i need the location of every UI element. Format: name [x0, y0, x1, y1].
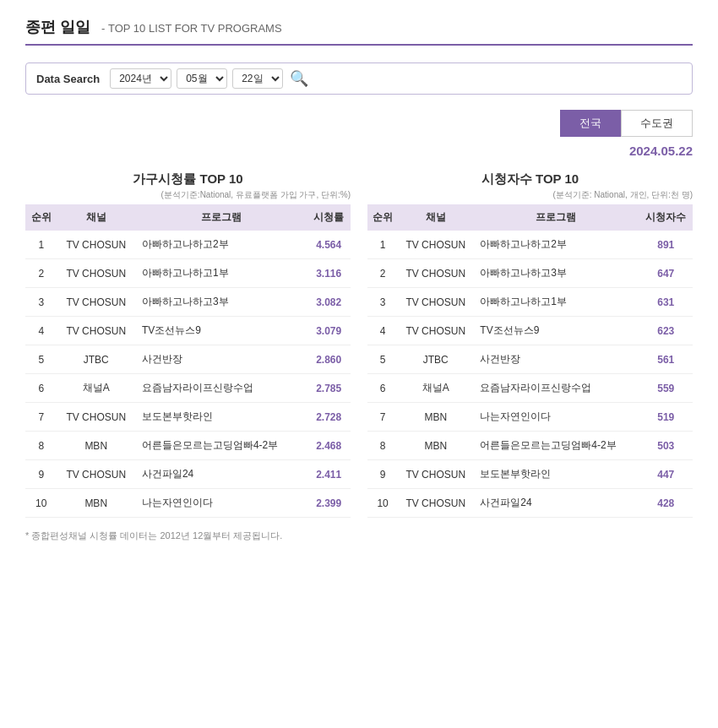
program-cell: 나는자연인이다 — [473, 403, 639, 432]
rank-cell: 3 — [367, 288, 398, 317]
program-cell: 어른들은모르는고딩엄빠4-2부 — [135, 432, 307, 460]
rank-cell: 5 — [367, 345, 398, 374]
channel-cell: MBN — [398, 403, 473, 432]
search-button[interactable]: 🔍 — [290, 69, 308, 88]
viewers-cell: 447 — [639, 460, 693, 489]
channel-cell: TV CHOSUN — [57, 403, 135, 432]
table-row: 5 JTBC 사건반장 2.860 — [25, 345, 351, 374]
household-table-head: 순위 채널 프로그램 시청률 — [25, 204, 351, 231]
program-cell: TV조선뉴스9 — [473, 317, 639, 345]
rank-cell: 1 — [367, 231, 398, 259]
viewers-table: 순위 채널 프로그램 시청자수 1 TV CHOSUN 아빠하고나하고2부 89… — [367, 204, 693, 518]
table-row: 6 채널A 요즘남자라이프신랑수업 2.785 — [25, 374, 351, 403]
rank-cell: 5 — [25, 345, 57, 374]
rank-cell: 3 — [25, 288, 57, 317]
rating-cell: 2.860 — [307, 345, 351, 374]
program-cell: 어른들은모르는고딩엄빠4-2부 — [473, 432, 639, 460]
rank-cell: 7 — [367, 403, 398, 432]
table-row: 10 MBN 나는자연인이다 2.399 — [25, 489, 351, 518]
program-cell: 사건파일24 — [473, 489, 639, 518]
program-cell: 아빠하고나하고2부 — [135, 231, 307, 259]
viewers-cell: 561 — [639, 345, 693, 374]
table-row: 7 MBN 나는자연인이다 519 — [367, 403, 693, 432]
channel-cell: TV CHOSUN — [398, 317, 473, 345]
channel-cell: MBN — [57, 489, 135, 518]
channel-cell: JTBC — [398, 345, 473, 374]
table-row: 2 TV CHOSUN 아빠하고나하고3부 647 — [367, 259, 693, 288]
year-select[interactable]: 2024년 — [110, 68, 171, 89]
program-cell: 보도본부핫라인 — [135, 403, 307, 432]
region-btn-national[interactable]: 전국 — [560, 110, 621, 137]
household-col-program: 프로그램 — [135, 204, 307, 231]
viewers-col-rank: 순위 — [367, 204, 398, 231]
program-cell: 요즘남자라이프신랑수업 — [135, 374, 307, 403]
rank-cell: 9 — [367, 460, 398, 489]
rank-cell: 1 — [25, 231, 57, 259]
channel-cell: TV CHOSUN — [57, 259, 135, 288]
rating-cell: 2.411 — [307, 460, 351, 489]
table-row: 7 TV CHOSUN 보도본부핫라인 2.728 — [25, 403, 351, 432]
channel-cell: TV CHOSUN — [398, 231, 473, 259]
household-header-row: 순위 채널 프로그램 시청률 — [25, 204, 351, 231]
channel-cell: 채널A — [57, 374, 135, 403]
table-row: 3 TV CHOSUN 아빠하고나하고3부 3.082 — [25, 288, 351, 317]
rank-cell: 6 — [25, 374, 57, 403]
rank-cell: 10 — [25, 489, 57, 518]
rating-cell: 4.564 — [307, 231, 351, 259]
viewers-table-subtitle: (분석기준: National, 개인, 단위:천 명) — [367, 189, 693, 201]
program-cell: 나는자연인이다 — [135, 489, 307, 518]
program-cell: 아빠하고나하고2부 — [473, 231, 639, 259]
viewers-cell: 503 — [639, 432, 693, 460]
viewers-cell: 647 — [639, 259, 693, 288]
date-display: 2024.05.22 — [25, 144, 693, 158]
household-table-body: 1 TV CHOSUN 아빠하고나하고2부 4.564 2 TV CHOSUN … — [25, 231, 351, 518]
table-row: 9 TV CHOSUN 사건파일24 2.411 — [25, 460, 351, 489]
channel-cell: 채널A — [398, 374, 473, 403]
rank-cell: 4 — [25, 317, 57, 345]
rating-cell: 3.079 — [307, 317, 351, 345]
channel-cell: TV CHOSUN — [57, 460, 135, 489]
program-cell: 사건반장 — [473, 345, 639, 374]
table-row: 3 TV CHOSUN 아빠하고나하고1부 631 — [367, 288, 693, 317]
program-cell: 아빠하고나하고3부 — [473, 259, 639, 288]
table-row: 8 MBN 어른들은모르는고딩엄빠4-2부 2.468 — [25, 432, 351, 460]
rating-cell: 2.785 — [307, 374, 351, 403]
rank-cell: 6 — [367, 374, 398, 403]
program-cell: 보도본부핫라인 — [473, 460, 639, 489]
household-col-rating: 시청률 — [307, 204, 351, 231]
search-dropdowns: 2024년 05월 22일 — [110, 68, 283, 89]
rank-cell: 8 — [25, 432, 57, 460]
day-select[interactable]: 22일 — [232, 68, 283, 89]
table-row: 4 TV CHOSUN TV조선뉴스9 3.079 — [25, 317, 351, 345]
channel-cell: MBN — [57, 432, 135, 460]
table-row: 6 채널A 요즘남자라이프신랑수업 559 — [367, 374, 693, 403]
program-cell: 사건반장 — [135, 345, 307, 374]
household-col-rank: 순위 — [25, 204, 57, 231]
rating-cell: 2.468 — [307, 432, 351, 460]
rating-cell: 3.116 — [307, 259, 351, 288]
region-btn-metro[interactable]: 수도권 — [621, 110, 693, 137]
rank-cell: 7 — [25, 403, 57, 432]
viewers-cell: 631 — [639, 288, 693, 317]
title-main: 종편 일일 — [25, 19, 90, 35]
table-row: 1 TV CHOSUN 아빠하고나하고2부 4.564 — [25, 231, 351, 259]
channel-cell: TV CHOSUN — [398, 259, 473, 288]
search-bar: Data Search 2024년 05월 22일 🔍 — [25, 62, 693, 95]
viewers-cell: 891 — [639, 231, 693, 259]
viewers-cell: 519 — [639, 403, 693, 432]
household-table: 순위 채널 프로그램 시청률 1 TV CHOSUN 아빠하고나하고2부 4.5… — [25, 204, 351, 518]
page-title: 종편 일일 - TOP 10 LIST FOR TV PROGRAMS — [25, 17, 693, 46]
viewers-table-head: 순위 채널 프로그램 시청자수 — [367, 204, 693, 231]
table-row: 10 TV CHOSUN 사건파일24 428 — [367, 489, 693, 518]
rank-cell: 10 — [367, 489, 398, 518]
viewers-cell: 428 — [639, 489, 693, 518]
page-container: 종편 일일 - TOP 10 LIST FOR TV PROGRAMS Data… — [0, 0, 718, 728]
program-cell: 아빠하고나하고3부 — [135, 288, 307, 317]
household-col-channel: 채널 — [57, 204, 135, 231]
rank-cell: 8 — [367, 432, 398, 460]
program-cell: 아빠하고나하고1부 — [473, 288, 639, 317]
rank-cell: 2 — [367, 259, 398, 288]
viewers-cell: 559 — [639, 374, 693, 403]
viewers-table-body: 1 TV CHOSUN 아빠하고나하고2부 891 2 TV CHOSUN 아빠… — [367, 231, 693, 518]
month-select[interactable]: 05월 — [177, 68, 227, 89]
